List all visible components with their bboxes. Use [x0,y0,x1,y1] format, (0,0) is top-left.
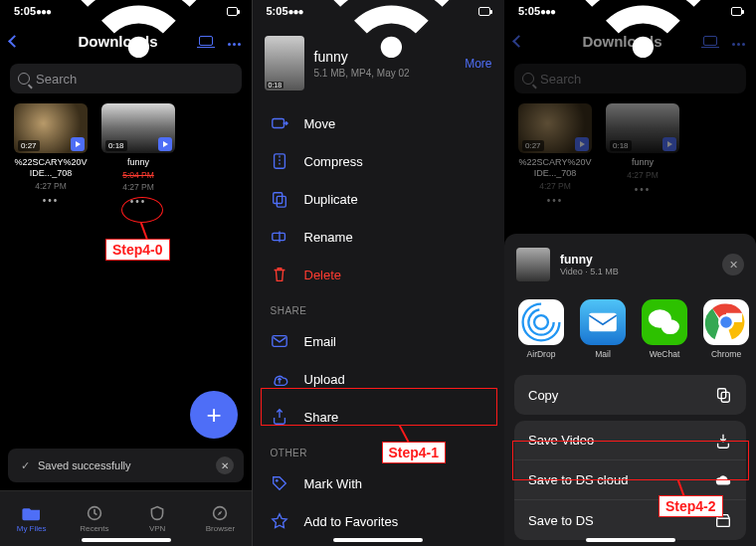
cloud-icon [714,471,732,489]
svg-rect-12 [589,313,617,331]
copy-icon [714,386,732,404]
search-input: Search [514,64,746,93]
svg-point-14 [662,319,679,334]
move-icon [271,114,288,132]
search-placeholder: Search [36,72,77,87]
action-rename[interactable]: Rename [253,218,504,256]
section-header-other: OTHER [253,436,504,464]
share-app-mail[interactable]: Mail [580,299,626,359]
compass-icon [210,505,230,521]
check-icon: ✓ [18,458,32,472]
file-card-funny[interactable]: 0:18 funny 5:04 PM 4:27 PM ••• [101,103,175,207]
svg-rect-6 [272,233,284,240]
action-duplicate[interactable]: Duplicate [253,180,504,218]
action-share[interactable]: Share [253,398,504,436]
action-label: Copy [528,388,558,403]
tab-bar: My Files Recents VPN Browser [0,490,252,546]
action-save-video[interactable]: Save Video [514,421,746,460]
action-label: Mark With [304,476,363,491]
mail-icon [580,299,626,345]
action-favorite[interactable]: Add to Favorites [253,502,504,540]
action-move[interactable]: Move [253,104,504,142]
app-label: Mail [595,349,611,359]
svg-point-9 [534,315,548,329]
file-menu-button[interactable]: ••• [14,195,88,206]
sheet-file-meta: Video · 5.1 MB [560,267,712,276]
action-label: Share [304,410,339,425]
file-thumbnail: 0:27 [14,103,88,153]
tab-my-files[interactable]: My Files [0,491,63,546]
search-icon [18,73,30,85]
share-app-airdrop[interactable]: AirDrop [518,299,564,359]
overflow-menu-button[interactable] [227,32,242,50]
phone-3-share-sheet: 5:05 ●●● Downloads Search 0:27%22SCARY%2… [504,0,756,546]
clock: 5:05 [14,5,36,17]
tag-icon [271,474,288,492]
action-delete[interactable]: Delete [253,256,504,293]
annotation-label: Step4-0 [105,239,170,261]
sheet-actions-2: Save Video Save to DS cloud Save to DS [514,421,746,540]
action-email[interactable]: Email [253,322,504,360]
svg-rect-7 [272,336,285,347]
add-button[interactable]: + [190,391,238,439]
action-list: Move Compress Duplicate Rename Delete SH… [253,104,504,540]
wechat-icon [642,299,687,345]
action-upload[interactable]: Upload [253,360,504,398]
sheet-header: funny Video · 5.1 MB ✕ [504,244,756,291]
upload-icon [271,370,288,388]
play-icon [71,137,85,151]
action-mark-with[interactable]: Mark With [253,464,504,502]
navbar: Downloads [504,22,756,60]
home-indicator [333,538,423,542]
cast-icon[interactable] [199,36,213,46]
action-copy[interactable]: Copy [514,375,746,415]
section-header-share: SHARE [253,293,504,322]
file-time-struck: 5:04 PM [101,170,175,180]
action-compress[interactable]: Compress [253,142,504,180]
file-name: %22SCARY%20VIDE..._708 [14,157,88,179]
dots-icon: ●●● [36,6,51,17]
action-label: Compress [304,154,363,169]
toast-text: Saved successfully [38,459,131,471]
share-app-wechat[interactable]: WeChat [642,299,687,359]
action-save-ds-cloud[interactable]: Save to DS cloud [514,460,746,500]
shield-icon [147,505,167,521]
share-app-chrome[interactable]: Chrome [703,299,749,359]
chevron-left-icon [8,35,21,48]
action-label: Add to Favorites [304,514,399,529]
file-time: 4:27 PM [14,181,88,191]
svg-rect-20 [717,518,730,526]
star-icon [271,512,288,530]
svg-rect-2 [272,119,284,128]
action-label: Email [304,334,337,349]
duplicate-icon [271,190,288,208]
download-icon [714,432,732,450]
tab-browser[interactable]: Browser [189,491,252,546]
overflow-menu-button [731,32,746,50]
tab-label: My Files [17,524,47,533]
action-label: Rename [304,230,353,245]
file-time: 4:27 PM [101,182,175,192]
chrome-icon [703,299,749,345]
toast-close-button[interactable]: ✕ [216,456,234,474]
sheet-close-button[interactable]: ✕ [722,254,744,275]
file-menu-button[interactable]: ••• [101,196,175,207]
share-apps-row: AirDrop Mail WeChat Chrome [504,291,756,371]
action-label: Delete [304,268,342,282]
status-bar: 5:05 ●●● [504,0,756,22]
app-label: AirDrop [527,349,556,359]
svg-rect-5 [277,196,285,207]
file-name: funny [314,49,456,65]
page-title: Downloads [50,33,186,50]
svg-point-10 [528,309,553,334]
phone-2-file-actions: 5:05 ●●● 0:18 funny 5.1 MB, MP4, May 02 … [253,0,504,546]
more-button[interactable]: More [465,57,491,71]
sheet-file-name: funny [560,253,712,267]
sheet-actions: Copy [514,375,746,415]
action-label: Duplicate [304,192,358,207]
back-button[interactable] [10,37,50,46]
file-card-scary[interactable]: 0:27 %22SCARY%20VIDE..._708 4:27 PM ••• [14,103,88,207]
trash-icon [271,266,288,283]
action-label: Move [304,116,336,131]
svg-point-8 [275,479,278,482]
